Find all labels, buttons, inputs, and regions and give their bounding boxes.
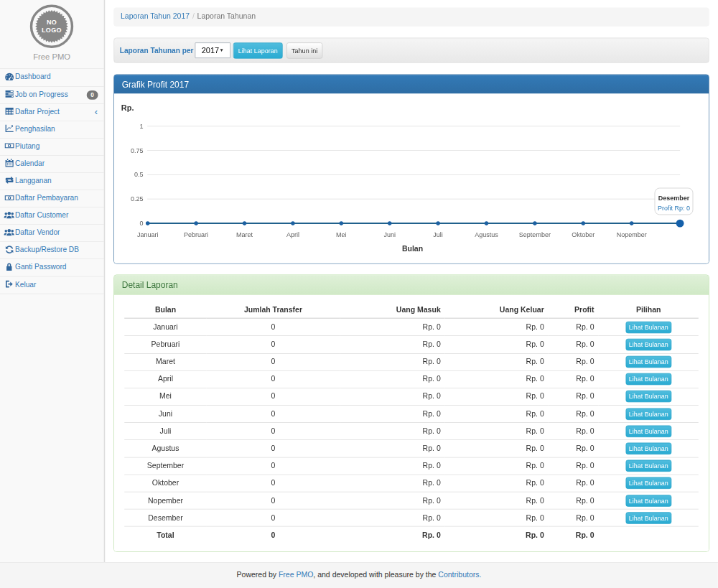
- svg-text:1: 1: [140, 123, 144, 130]
- svg-text:0.75: 0.75: [131, 147, 144, 154]
- svg-text:Mei: Mei: [336, 231, 347, 238]
- svg-text:Rp.: Rp.: [121, 103, 134, 112]
- svg-text:Agustus: Agustus: [475, 231, 498, 238]
- svg-text:Nopember: Nopember: [617, 231, 647, 238]
- svg-text:Bulan: Bulan: [402, 245, 423, 253]
- svg-text:September: September: [519, 231, 551, 238]
- svg-text:Juli: Juli: [434, 231, 444, 238]
- svg-text:0.5: 0.5: [134, 171, 144, 178]
- svg-text:Juni: Juni: [384, 231, 396, 238]
- svg-text:Maret: Maret: [236, 231, 253, 238]
- svg-text:Pebruari: Pebruari: [184, 231, 208, 238]
- svg-text:Desember: Desember: [658, 195, 690, 202]
- svg-text:0.25: 0.25: [131, 195, 144, 202]
- svg-text:Oktober: Oktober: [572, 231, 595, 238]
- svg-text:LOGO: LOGO: [42, 27, 62, 34]
- svg-text:April: April: [286, 231, 299, 238]
- svg-text:Profit Rp: 0: Profit Rp: 0: [658, 205, 690, 212]
- svg-text:Januari: Januari: [137, 231, 159, 238]
- svg-text:NO: NO: [47, 19, 57, 26]
- svg-text:0: 0: [140, 220, 144, 227]
